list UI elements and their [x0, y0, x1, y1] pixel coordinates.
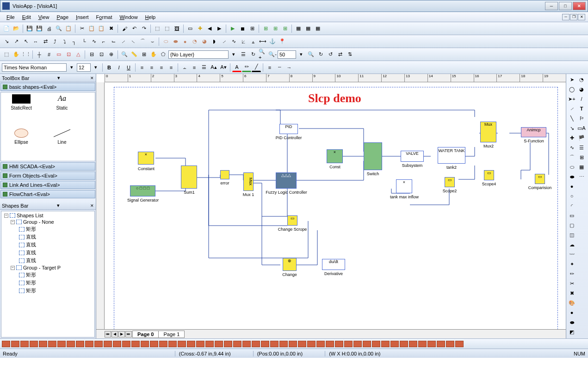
- arrow5-icon[interactable]: ⇄: [41, 37, 50, 46]
- section-link-lines[interactable]: Link And Lines-<Eval>: [0, 181, 95, 189]
- shapes-tree[interactable]: −Shapes List −Group - None 矩形 直线 直线 直线 直…: [1, 211, 95, 337]
- block-changescope[interactable]: ▭: [287, 215, 297, 226]
- section-hmi-scada[interactable]: HMI SCADA-<Eval>: [0, 162, 95, 171]
- anchor-icon[interactable]: ⚓: [268, 37, 277, 46]
- bottom-shape-btn[interactable]: [344, 341, 353, 347]
- section-flowchart[interactable]: FlowChart-<Eval>: [0, 190, 95, 198]
- tree-item[interactable]: 直线: [2, 233, 93, 241]
- menu-view[interactable]: View: [35, 13, 53, 21]
- shapesbar-pin-icon[interactable]: ▾: [57, 202, 60, 209]
- left-icon[interactable]: ◀: [205, 24, 214, 33]
- brush-icon[interactable]: 🖌: [120, 24, 129, 33]
- arc-icon[interactable]: ◔: [190, 37, 199, 46]
- pin-icon[interactable]: ▾: [57, 75, 60, 81]
- bottom-shape-btn[interactable]: [48, 341, 56, 347]
- bottom-shape-btn[interactable]: [187, 341, 195, 347]
- tab-prev-icon[interactable]: ◀: [111, 331, 118, 337]
- rt-curve-icon[interactable]: ∿: [567, 143, 576, 152]
- bottom-shape-btn[interactable]: [372, 341, 380, 347]
- path3-icon[interactable]: ⟀: [239, 37, 248, 46]
- bottom-shape-btn[interactable]: [205, 341, 214, 347]
- pie-icon[interactable]: ◕: [200, 37, 209, 46]
- rt-pencil-icon[interactable]: ✏: [567, 269, 576, 278]
- rt-ellipse2-icon[interactable]: ⬬: [567, 172, 576, 181]
- bottom-shape-btn[interactable]: [418, 341, 427, 347]
- arrow3-icon[interactable]: ↖: [21, 37, 31, 46]
- shapesbar-close-icon[interactable]: ✕: [90, 203, 94, 208]
- bottom-shape-btn[interactable]: [57, 341, 66, 347]
- bottom-shape-btn[interactable]: [150, 341, 158, 347]
- block-mux2[interactable]: Mux: [480, 122, 496, 142]
- tree-item[interactable]: 矩形: [2, 287, 93, 294]
- tree-group-none[interactable]: −Group - None: [2, 219, 93, 225]
- section-form-objects[interactable]: Form Objects-<Eval>: [0, 172, 95, 180]
- rt-crop-icon[interactable]: ◩: [567, 327, 576, 337]
- curve1-icon[interactable]: ⌒: [138, 37, 147, 46]
- refresh-icon[interactable]: ↻: [248, 50, 258, 59]
- line-style-icon[interactable]: ┄: [275, 63, 284, 72]
- bottom-shape-btn[interactable]: [122, 341, 130, 347]
- play-icon[interactable]: ▶: [228, 24, 237, 33]
- hand-icon[interactable]: ✋: [149, 50, 158, 59]
- conn2-icon[interactable]: └: [80, 37, 89, 46]
- rt-ellipse-icon[interactable]: ⬭: [567, 162, 576, 172]
- align2-icon[interactable]: ⊡: [97, 50, 106, 59]
- block-derivative[interactable]: du/dt: [322, 259, 345, 270]
- table3-icon[interactable]: ⊞: [280, 24, 290, 33]
- new-icon[interactable]: 📄: [2, 24, 11, 33]
- menu-format[interactable]: Format: [93, 13, 116, 21]
- rt-rect-icon[interactable]: ▭: [567, 211, 576, 220]
- bottom-shape-btn[interactable]: [353, 341, 362, 347]
- bold-icon[interactable]: B: [105, 63, 114, 72]
- bottom-shape-btn[interactable]: [2, 341, 10, 347]
- table1-icon[interactable]: ⊞: [261, 24, 270, 33]
- snap-tri-icon[interactable]: △: [74, 50, 83, 59]
- menu-page[interactable]: Page: [53, 13, 72, 21]
- line-weight-icon[interactable]: ≡: [265, 63, 274, 72]
- save-icon[interactable]: 💾: [25, 24, 34, 33]
- rt-rect3-icon[interactable]: ◫: [567, 230, 576, 239]
- zoom-dropdown-icon[interactable]: ▾: [297, 50, 306, 59]
- image-icon[interactable]: 🖼: [172, 24, 181, 33]
- bottom-shape-btn[interactable]: [39, 341, 47, 347]
- bottom-shape-btn[interactable]: [335, 341, 343, 347]
- underline-icon[interactable]: U: [124, 63, 133, 72]
- group-icon[interactable]: ⬚: [153, 24, 162, 33]
- bottom-shape-btn[interactable]: [455, 341, 464, 347]
- zoom-input[interactable]: [278, 50, 296, 59]
- grid-icon[interactable]: ⊞: [248, 24, 257, 33]
- minimize-button[interactable]: ─: [545, 2, 558, 10]
- pin-icon[interactable]: 📍: [278, 37, 287, 46]
- conn7-icon[interactable]: ⟍: [128, 37, 137, 46]
- rotate2-icon[interactable]: ↺: [326, 50, 335, 59]
- toolbox-close-icon[interactable]: ✕: [90, 76, 94, 80]
- rt-del-icon[interactable]: ✖: [567, 288, 576, 298]
- curve2-icon[interactable]: ⌣: [148, 37, 157, 46]
- tab-first-icon[interactable]: ⏮: [105, 331, 111, 337]
- italic-icon[interactable]: I: [114, 63, 124, 72]
- ellipse-tool-icon[interactable]: ⬭: [161, 37, 170, 46]
- block-mux1[interactable]: Mux: [243, 172, 254, 191]
- window-icon[interactable]: ▭: [186, 24, 195, 33]
- rt-sector-icon[interactable]: ◔: [577, 75, 586, 84]
- bottom-shape-btn[interactable]: [159, 341, 167, 347]
- align-left-icon[interactable]: ≡: [137, 63, 147, 72]
- bottom-shape-btn[interactable]: [316, 341, 325, 347]
- shape-ellipse[interactable]: Ellipse: [3, 129, 40, 159]
- snap2-icon[interactable]: #: [44, 50, 54, 59]
- snap1-icon[interactable]: ┼: [35, 50, 44, 59]
- rt-line2-icon[interactable]: /: [577, 94, 586, 104]
- valign-mid-icon[interactable]: ≡: [190, 63, 199, 72]
- rt-arc-icon[interactable]: ◜: [567, 201, 576, 210]
- measure-icon[interactable]: ⟷: [258, 37, 267, 46]
- layer-dropdown-icon[interactable]: ▾: [229, 50, 238, 59]
- block-comparison[interactable]: ▭: [535, 174, 545, 184]
- block-scope4[interactable]: ▭: [484, 170, 494, 180]
- right-icon[interactable]: ▶: [215, 24, 224, 33]
- bottom-shape-btn[interactable]: [326, 341, 334, 347]
- font-size-input[interactable]: [77, 63, 91, 72]
- zoomout-icon[interactable]: 🔍-: [268, 50, 277, 59]
- tab-next-icon[interactable]: ▶: [118, 331, 125, 337]
- tree-item[interactable]: 矩形: [2, 271, 93, 279]
- measure2-icon[interactable]: 📏: [130, 50, 139, 59]
